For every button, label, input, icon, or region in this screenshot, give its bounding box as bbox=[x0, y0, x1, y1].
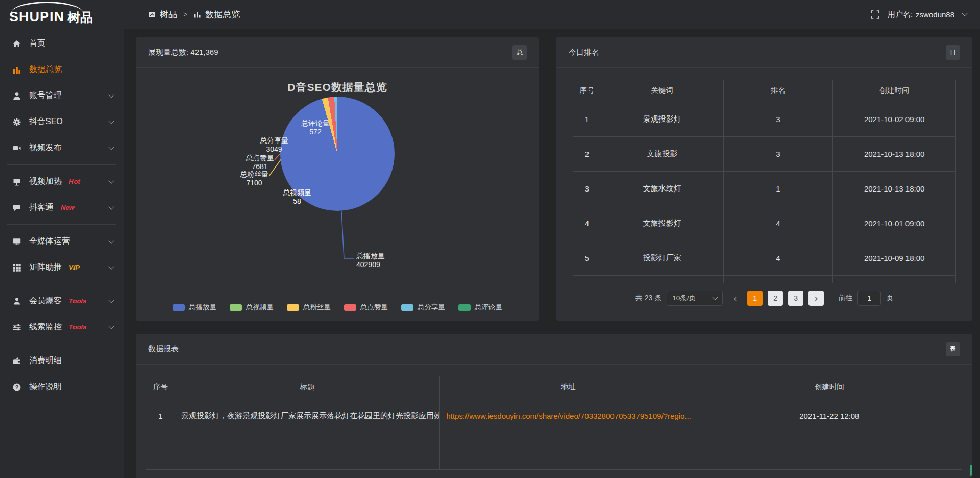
next-page-button[interactable]: › bbox=[808, 291, 824, 306]
breadcrumb-home[interactable]: 树品 bbox=[160, 9, 177, 20]
sidebar-divider bbox=[7, 164, 116, 165]
breadcrumb-separator: > bbox=[183, 10, 187, 18]
fullscreen-icon[interactable] bbox=[871, 10, 879, 19]
sidebar-item-grid[interactable]: 矩阵助推VIP bbox=[0, 254, 124, 280]
legend-item[interactable]: 总评论量 bbox=[458, 303, 502, 312]
legend-item[interactable]: 总点赞量 bbox=[344, 303, 388, 312]
bar-chart-icon bbox=[12, 65, 21, 75]
table-row: 1景观投影灯32021-10-02 09:00 bbox=[573, 102, 956, 136]
table-cell: 5 bbox=[573, 241, 601, 275]
table-row: 5投影灯厂家42021-10-09 18:00 bbox=[573, 241, 956, 275]
report-table: 序号 标题 地址 创建时间 1景观投影灯，夜游景观投影灯厂家展示展示落花灯在花园… bbox=[146, 376, 962, 470]
legend-label: 总播放量 bbox=[189, 303, 216, 312]
table-row-partial bbox=[146, 434, 962, 469]
app-logo[interactable]: SHUPIN 树品 bbox=[0, 0, 124, 29]
report-header-row: 序号 标题 地址 创建时间 bbox=[146, 376, 962, 398]
sidebar-divider bbox=[7, 284, 116, 284]
page-button-3[interactable]: 3 bbox=[788, 291, 803, 306]
table-row: 3文旅水纹灯12021-10-13 18:00 bbox=[573, 171, 956, 206]
sidebar-item-help[interactable]: ?操作说明 bbox=[0, 374, 124, 400]
sidebar-item-gear[interactable]: 抖音SEO bbox=[0, 109, 124, 135]
col-keyword: 关键词 bbox=[601, 80, 723, 102]
svg-text:?: ? bbox=[15, 384, 19, 390]
pie-label-fans: 总粉丝量7100 bbox=[235, 170, 274, 187]
prev-page-button[interactable]: ‹ bbox=[728, 291, 742, 306]
sidebar-item-user[interactable]: 账号管理 bbox=[0, 83, 124, 109]
legend-label: 总点赞量 bbox=[360, 303, 388, 312]
username[interactable]: zswodun88 bbox=[916, 10, 954, 19]
col-url: 地址 bbox=[440, 376, 697, 398]
page-button-1[interactable]: 1 bbox=[747, 291, 763, 306]
report-url-cell: https://www.iesdouyin.com/share/video/70… bbox=[440, 398, 697, 434]
wallet-icon bbox=[12, 356, 21, 366]
legend-swatch bbox=[173, 304, 185, 311]
sidebar-item-label: 消费明细 bbox=[29, 355, 62, 366]
chevron-down-icon[interactable] bbox=[962, 10, 967, 16]
pie-label-likes: 总点赞量7681 bbox=[240, 154, 279, 171]
sidebar-badge-vip: VIP bbox=[69, 264, 80, 271]
page-button-2[interactable]: 2 bbox=[768, 291, 783, 306]
table-cell: 2021-10-01 09:00 bbox=[833, 206, 956, 241]
goto-page-input[interactable] bbox=[857, 291, 881, 306]
day-view-button[interactable]: 日 bbox=[946, 45, 960, 60]
total-view-button[interactable]: 总 bbox=[512, 45, 527, 60]
pie-label-plays: 总播放量402909 bbox=[356, 252, 407, 269]
chart-legend: 总播放量总视频量总粉丝量总点赞量总分享量总评论量 bbox=[136, 303, 539, 312]
pie-chart-area: D音SEO数据量总览 总评论量572 总分享量3049 总点赞量7681 bbox=[136, 68, 539, 320]
impressions-total: 展现量总数: 421,369 bbox=[148, 47, 218, 57]
sidebar-item-monitor[interactable]: 全媒体运营 bbox=[0, 228, 124, 254]
sidebar-item-label: 数据总览 bbox=[29, 64, 62, 75]
scrollbar-thumb[interactable] bbox=[970, 465, 972, 476]
sidebar-item-label: 全媒体运营 bbox=[29, 236, 70, 247]
col-created: 创建时间 bbox=[833, 80, 956, 102]
table-cell: 2021-10-13 18:00 bbox=[833, 136, 956, 171]
table-view-button[interactable]: 表 bbox=[946, 342, 960, 356]
chat-icon bbox=[12, 203, 21, 212]
legend-item[interactable]: 总播放量 bbox=[173, 303, 216, 312]
sidebar-badge-hot: Hot bbox=[69, 178, 80, 185]
sidebar-badge-new: New bbox=[61, 204, 75, 211]
col-rank: 排名 bbox=[723, 80, 833, 102]
report-link[interactable]: https://www.iesdouyin.com/share/video/70… bbox=[446, 412, 691, 420]
chart-title: D音SEO数据量总览 bbox=[136, 80, 539, 94]
screen-icon bbox=[12, 177, 21, 186]
table-cell bbox=[440, 434, 697, 469]
legend-swatch bbox=[287, 304, 299, 311]
legend-item[interactable]: 总分享量 bbox=[401, 303, 445, 312]
goto-suffix: 页 bbox=[886, 294, 893, 303]
pagination: 共 23 条 10条/页 ‹ 123 › 前往 页 bbox=[556, 291, 972, 306]
sidebar-item-screen[interactable]: 视频加热Hot bbox=[0, 169, 124, 195]
report-card: 数据报表 表 序号 标题 地址 创建时间 1景观投影灯，夜游景观投影灯厂家展示展… bbox=[136, 334, 972, 478]
table-cell: 4 bbox=[573, 206, 601, 241]
gear-icon bbox=[12, 117, 21, 127]
sidebar-item-chat[interactable]: 抖客通New bbox=[0, 195, 124, 221]
table-cell: 2 bbox=[573, 136, 601, 171]
sidebar-item-wallet[interactable]: 消费明细 bbox=[0, 348, 124, 374]
legend-item[interactable]: 总粉丝量 bbox=[287, 303, 331, 312]
col-created: 创建时间 bbox=[697, 376, 962, 398]
sidebar-item-label: 视频发布 bbox=[29, 142, 62, 153]
sidebar-item-home[interactable]: 首页 bbox=[0, 31, 124, 57]
legend-item[interactable]: 总视频量 bbox=[230, 303, 274, 312]
pie-label-comments: 总评论量572 bbox=[300, 119, 331, 136]
table-cell: 4 bbox=[723, 206, 833, 241]
sidebar-item-label: 抖音SEO bbox=[29, 116, 63, 127]
sidebar-item-member[interactable]: 会员爆客Tools bbox=[0, 288, 124, 314]
table-cell: 文旅水纹灯 bbox=[601, 171, 723, 206]
logo-text-en: SHUPIN bbox=[9, 10, 64, 29]
pie-label-shares: 总分享量3049 bbox=[255, 136, 293, 154]
sidebar-item-video[interactable]: 视频发布 bbox=[0, 135, 124, 161]
sidebar-item-label: 首页 bbox=[29, 38, 45, 49]
chevron-down-icon bbox=[108, 144, 114, 150]
col-title: 标题 bbox=[175, 376, 439, 398]
page-size-select[interactable]: 10条/页 bbox=[667, 291, 723, 306]
grid-icon bbox=[12, 263, 21, 272]
sidebar-item-sliders[interactable]: 线索监控Tools bbox=[0, 314, 124, 340]
col-index: 序号 bbox=[146, 376, 175, 398]
sidebar-item-label: 操作说明 bbox=[29, 381, 62, 392]
table-cell: 投影灯厂家 bbox=[601, 241, 723, 275]
breadcrumb-current: 数据总览 bbox=[205, 9, 240, 20]
sidebar-item-label: 矩阵助推 bbox=[29, 262, 62, 273]
table-cell: 4 bbox=[723, 241, 833, 275]
sidebar-item-bar-chart[interactable]: 数据总览 bbox=[0, 57, 124, 83]
